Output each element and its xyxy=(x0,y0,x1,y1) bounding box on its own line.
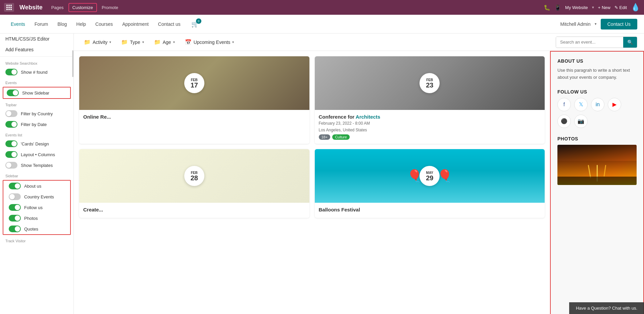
nav-blog[interactable]: Blog xyxy=(53,19,71,29)
follow-us-toggle[interactable] xyxy=(9,204,21,211)
event-month: FEB xyxy=(426,78,433,82)
toggle-slider-quotes xyxy=(9,226,21,232)
event-card-image: create FEB 28 xyxy=(79,149,309,203)
country-events-item[interactable]: Country Events xyxy=(3,191,70,202)
event-card-title: Create... xyxy=(83,207,305,212)
nav-help[interactable]: Help xyxy=(72,19,90,29)
age-filter[interactable]: 📁 Age ▾ xyxy=(151,37,178,47)
contact-us-button[interactable]: Contact Us xyxy=(601,19,637,29)
about-us-item[interactable]: About us xyxy=(3,181,70,191)
about-us-section: ABOUT US Use this paragrah to write a sh… xyxy=(557,58,637,81)
layout-columns-toggle[interactable] xyxy=(5,151,17,158)
toggle-slider xyxy=(5,69,17,75)
event-card-body: Create... xyxy=(79,203,309,218)
show-found-item[interactable]: Show # found xyxy=(0,67,73,77)
nav-forum[interactable]: Forum xyxy=(31,19,52,29)
toggle-slider-photos xyxy=(9,215,21,222)
search-button[interactable]: 🔍 xyxy=(623,37,637,48)
show-sidebar-toggle[interactable] xyxy=(7,89,19,96)
filter-country-label: Filter by Country xyxy=(21,111,53,116)
show-templates-toggle[interactable] xyxy=(5,162,17,169)
event-card[interactable]: FEB 17 Online Re... xyxy=(79,56,309,144)
chat-widget[interactable]: Have a Question? Chat with us. xyxy=(569,302,644,314)
show-found-label: Show # found xyxy=(21,70,48,75)
type-filter-label: Type xyxy=(130,40,140,45)
nav-customize[interactable]: Customize xyxy=(68,3,97,12)
search-wrapper: 🔍 xyxy=(556,37,637,48)
event-date-badge: MAY 29 xyxy=(419,166,440,186)
quotes-label: Quotes xyxy=(24,227,38,232)
main-layout: HTML/CSS/JS Editor Add Features Website … xyxy=(0,34,644,314)
type-filter[interactable]: 📁 Type ▾ xyxy=(118,37,147,47)
nav-courses[interactable]: Courses xyxy=(91,19,117,29)
show-sidebar-item[interactable]: Show Sidebar xyxy=(3,87,71,99)
linkedin-icon[interactable]: in xyxy=(591,98,604,111)
filter-country-item[interactable]: Filter by Country xyxy=(0,108,73,119)
instagram-icon[interactable]: 📷 xyxy=(574,115,588,128)
toggle-slider-templates xyxy=(5,162,17,169)
country-events-toggle[interactable] xyxy=(9,193,21,200)
photos-item[interactable]: Photos xyxy=(3,213,70,224)
age-filter-label: Age xyxy=(163,40,171,45)
add-features-label: Add Features xyxy=(5,47,34,52)
search-input[interactable] xyxy=(556,37,623,47)
edit-button[interactable]: ✎ Edit xyxy=(614,5,627,10)
event-card-body: Balloons Festival xyxy=(315,203,545,218)
cards-design-label: 'Cards' Design xyxy=(21,141,49,146)
about-us-toggle[interactable] xyxy=(9,183,21,189)
admin-nav: Pages Customize Promote xyxy=(48,3,121,12)
event-card-image: 🎈🎈🎈 MAY 29 xyxy=(315,149,545,203)
twitter-icon[interactable]: 𝕏 xyxy=(574,98,588,111)
cards-design-toggle[interactable] xyxy=(5,140,17,147)
scroll-handle xyxy=(72,50,73,77)
events-list-section-title: Events list xyxy=(0,130,73,138)
nav-events[interactable]: Events xyxy=(7,19,29,29)
website-nav: Events Forum Blog Help Courses Appointme… xyxy=(0,15,644,34)
event-card[interactable]: FEB 23 Conference for Architects Februar… xyxy=(315,56,545,144)
website-name[interactable]: My Website xyxy=(565,5,588,10)
photos-toggle[interactable] xyxy=(9,215,21,222)
filter-country-toggle[interactable] xyxy=(5,110,17,117)
cart-icon[interactable]: 🛒 0 xyxy=(191,20,199,28)
nav-pages[interactable]: Pages xyxy=(48,4,67,11)
event-card-image: FEB 23 xyxy=(315,56,545,110)
event-card-title: Balloons Festival xyxy=(319,207,541,212)
new-button[interactable]: + New xyxy=(598,5,610,10)
nav-promote[interactable]: Promote xyxy=(98,4,121,11)
nav-appointment[interactable]: Appointment xyxy=(118,19,153,29)
grid-icon[interactable] xyxy=(4,3,14,12)
mobile-icon[interactable]: 📱 xyxy=(554,4,561,11)
sidebar-panel: ABOUT US Use this paragrah to write a sh… xyxy=(550,51,644,314)
facebook-icon[interactable]: f xyxy=(557,98,571,111)
add-features-item[interactable]: Add Features xyxy=(0,44,73,55)
follow-us-item[interactable]: Follow us xyxy=(3,202,70,213)
nav-contact[interactable]: Contact us xyxy=(154,19,185,29)
show-templates-item[interactable]: Show Templates xyxy=(0,160,73,171)
photos-image xyxy=(557,145,637,185)
cards-design-item[interactable]: 'Cards' Design xyxy=(0,138,73,149)
quotes-item[interactable]: Quotes xyxy=(3,224,70,234)
filter-date-toggle[interactable] xyxy=(5,121,17,128)
activity-filter[interactable]: 📁 Activity ▾ xyxy=(81,37,114,47)
youtube-icon[interactable]: ▶ xyxy=(608,98,621,111)
about-us-title: ABOUT US xyxy=(557,58,637,64)
upcoming-events-filter[interactable]: 📅 Upcoming Events ▾ xyxy=(182,37,238,47)
cart-badge: 0 xyxy=(196,18,201,24)
event-day: 28 xyxy=(191,175,198,181)
filter-bar: 📁 Activity ▾ 📁 Type ▾ 📁 Age ▾ 📅 Upcoming… xyxy=(74,34,644,51)
show-found-toggle[interactable] xyxy=(5,69,17,75)
layout-columns-item[interactable]: Layout • Columns xyxy=(0,149,73,160)
admin-user[interactable]: Mitchell Admin xyxy=(560,21,590,27)
debug-icon[interactable]: 🐛 xyxy=(544,4,550,11)
filter-date-item[interactable]: Filter by Date xyxy=(0,119,73,130)
github-icon[interactable]: ⚫ xyxy=(557,115,571,128)
html-css-editor-item[interactable]: HTML/CSS/JS Editor xyxy=(0,34,73,44)
toggle-slider-cards xyxy=(5,140,17,147)
event-card[interactable]: create FEB 28 Create... xyxy=(79,149,309,218)
events-section-title: Events xyxy=(0,77,73,86)
event-card[interactable]: 🎈🎈🎈 MAY 29 Balloons Festival xyxy=(315,149,545,218)
quotes-toggle[interactable] xyxy=(9,226,21,232)
topbar-section-title: Topbar xyxy=(0,100,73,108)
sidebar-items-group: About us Country Events Follow us xyxy=(3,180,71,235)
upcoming-caret-icon: ▾ xyxy=(232,40,234,44)
